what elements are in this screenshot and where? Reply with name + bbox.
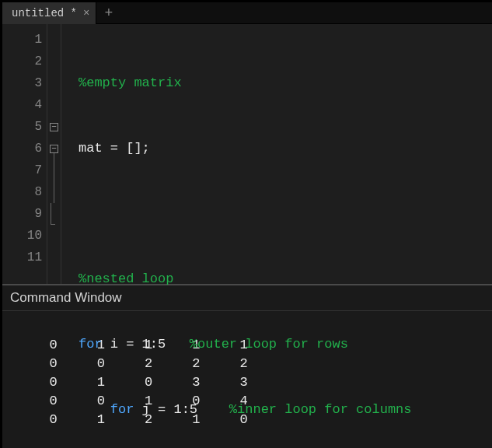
line-number: 1 bbox=[12, 29, 42, 51]
line-number: 8 bbox=[12, 181, 42, 203]
line-number: 7 bbox=[12, 159, 42, 181]
fold-gutter: − − bbox=[47, 24, 61, 284]
code-comment: %inner loop for columns bbox=[229, 402, 412, 417]
line-number-gutter: 1 2 3 4 5 6 7 8 9 10 11 bbox=[2, 24, 47, 284]
code-keyword: for bbox=[79, 337, 103, 352]
code-text: j = 1:5 bbox=[134, 402, 229, 417]
line-number: 10 bbox=[12, 225, 42, 247]
fold-toggle-icon[interactable]: − bbox=[50, 123, 58, 131]
code-text: mat = []; bbox=[79, 141, 150, 156]
code-text: i = 1:5 bbox=[103, 337, 190, 352]
editor-tab[interactable]: untitled * × bbox=[2, 2, 96, 24]
fold-end bbox=[51, 203, 55, 225]
code-comment: %nested loop bbox=[79, 271, 173, 286]
add-tab-button[interactable]: + bbox=[96, 6, 120, 20]
fold-line bbox=[54, 153, 54, 203]
tab-title: untitled * bbox=[12, 7, 77, 19]
tab-bar: untitled * × + bbox=[2, 2, 492, 24]
line-number: 5 bbox=[12, 116, 42, 138]
code-comment: %outer loop for rows bbox=[190, 337, 348, 352]
code-comment: %empty matrix bbox=[79, 75, 182, 90]
line-number: 11 bbox=[12, 247, 42, 268]
code-editor[interactable]: 1 2 3 4 5 6 7 8 9 10 11 − − %empty matri… bbox=[2, 24, 492, 285]
line-number: 3 bbox=[12, 72, 42, 94]
code-area[interactable]: %empty matrix mat = []; %nested loop for… bbox=[61, 24, 492, 284]
line-number: 2 bbox=[12, 51, 42, 72]
line-number: 4 bbox=[12, 94, 42, 116]
line-number: 6 bbox=[12, 138, 42, 159]
code-keyword: for bbox=[110, 402, 134, 417]
line-number: 9 bbox=[12, 203, 42, 225]
fold-toggle-icon[interactable]: − bbox=[50, 145, 58, 153]
close-icon[interactable]: × bbox=[83, 8, 89, 19]
